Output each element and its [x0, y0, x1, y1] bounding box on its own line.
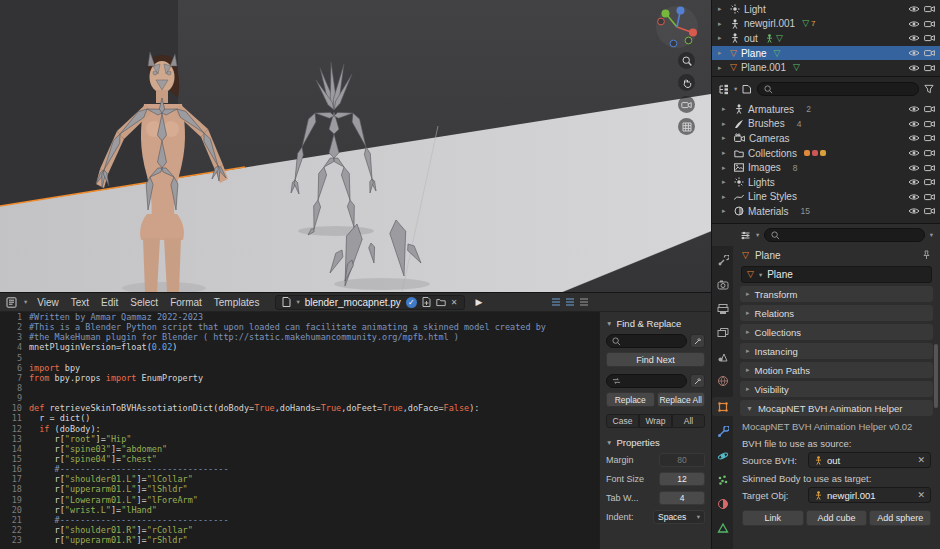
object-name-field[interactable]: ▽ ▾ Plane: [741, 266, 932, 283]
data-category-row[interactable]: ▸Cameras: [712, 131, 940, 146]
disable-in-render-camera-icon[interactable]: [924, 178, 935, 186]
add-cube-button[interactable]: Add cube: [806, 510, 868, 526]
chevron-down-icon[interactable]: ▾: [930, 231, 933, 239]
add-sphere-button[interactable]: Add sphere: [869, 510, 931, 526]
outliner-row[interactable]: ▸▽Plane.001▽: [712, 60, 940, 75]
replace-button[interactable]: Replace: [606, 392, 655, 407]
data-category-row[interactable]: ▸Brushes4: [712, 117, 940, 132]
menu-text[interactable]: Text: [68, 297, 92, 308]
panel-collapse-arrow[interactable]: ▼: [606, 439, 612, 446]
panel-instancing[interactable]: ▸Instancing: [740, 343, 933, 359]
margin-field[interactable]: 80: [659, 453, 705, 467]
menu-view[interactable]: View: [34, 297, 62, 308]
toggle-case[interactable]: Case: [606, 414, 639, 428]
expand-arrow-icon[interactable]: ▸: [722, 120, 730, 128]
link-button[interactable]: Link: [742, 510, 804, 526]
clear-icon[interactable]: ✕: [917, 455, 925, 465]
expand-arrow-icon[interactable]: ▸: [722, 207, 730, 215]
display-mode-icon[interactable]: [742, 84, 752, 94]
hide-in-viewport-eye-icon[interactable]: [908, 49, 920, 57]
expand-arrow-icon[interactable]: ▸: [718, 5, 726, 13]
outliner-item-label[interactable]: Plane: [741, 48, 767, 59]
list-view-icon[interactable]: [551, 297, 561, 307]
disable-in-render-camera-icon[interactable]: [924, 105, 935, 113]
indent-field[interactable]: Spaces▾: [653, 510, 705, 524]
outliner-row[interactable]: ▸out▽: [712, 31, 940, 46]
grid-tool-button[interactable]: [678, 118, 695, 135]
panel-expand-arrow[interactable]: ▸: [746, 290, 750, 298]
list-view-icon[interactable]: [579, 297, 589, 307]
breadcrumb-object[interactable]: Plane: [755, 250, 781, 261]
outliner-row[interactable]: ▸▽Plane▽: [712, 46, 940, 61]
axis-x-handle[interactable]: [689, 29, 697, 37]
axis-z-handle[interactable]: [677, 7, 685, 15]
tab-material-properties[interactable]: [712, 496, 733, 512]
hide-in-viewport-eye-icon[interactable]: [908, 120, 920, 128]
outliner-item-label[interactable]: Cameras: [749, 133, 790, 144]
disable-in-render-camera-icon[interactable]: [924, 20, 935, 28]
disable-in-render-camera-icon[interactable]: [924, 193, 935, 201]
outliner-item-label[interactable]: Armatures: [748, 104, 794, 115]
open-folder-icon[interactable]: [436, 298, 446, 307]
panel-expand-arrow[interactable]: ▸: [746, 366, 750, 374]
tab-view-layer-properties[interactable]: [712, 325, 733, 341]
data-category-row[interactable]: ▸Materials15: [712, 204, 940, 219]
hide-in-viewport-eye-icon[interactable]: [908, 164, 920, 172]
run-script-button[interactable]: ▶: [476, 297, 483, 307]
panel-expand-arrow[interactable]: ▸: [746, 328, 750, 336]
3d-viewport[interactable]: [0, 0, 711, 292]
outliner-item-label[interactable]: Collections: [748, 148, 797, 159]
panel-collections[interactable]: ▸Collections: [740, 324, 933, 340]
data-category-row[interactable]: ▸Lights: [712, 175, 940, 190]
panel-expand-arrow[interactable]: ▸: [746, 347, 750, 355]
fontsize-field[interactable]: 12: [659, 472, 705, 486]
hide-in-viewport-eye-icon[interactable]: [908, 34, 920, 42]
disable-in-render-camera-icon[interactable]: [924, 207, 935, 215]
expand-arrow-icon[interactable]: ▸: [718, 49, 726, 57]
hide-in-viewport-eye-icon[interactable]: [908, 207, 920, 215]
hide-in-viewport-eye-icon[interactable]: [908, 105, 920, 113]
outliner-item-label[interactable]: Brushes: [748, 118, 785, 129]
menu-edit[interactable]: Edit: [98, 297, 121, 308]
outliner-editor-icon[interactable]: [718, 84, 729, 95]
disable-in-render-camera-icon[interactable]: [924, 64, 935, 72]
outliner-row[interactable]: ▸newgirl.001▽7: [712, 17, 940, 32]
tab-output-properties[interactable]: [712, 301, 733, 317]
panel-relations[interactable]: ▸Relations: [740, 305, 933, 321]
script-filename[interactable]: blender_mocapnet.py: [305, 297, 401, 308]
disable-in-render-camera-icon[interactable]: [924, 5, 935, 13]
eyedropper-button[interactable]: [690, 374, 705, 388]
outliner-item-label[interactable]: Light: [744, 4, 766, 15]
tab-render-properties[interactable]: [712, 277, 733, 293]
panel-transform[interactable]: ▸Transform: [740, 286, 933, 302]
move-tool-button[interactable]: [678, 74, 695, 91]
disable-in-render-camera-icon[interactable]: [924, 120, 935, 128]
data-category-row[interactable]: ▸Line Styles: [712, 190, 940, 205]
expand-arrow-icon[interactable]: ▸: [722, 178, 730, 186]
tab-particles-properties[interactable]: [712, 472, 733, 488]
navigation-gizmo[interactable]: [655, 5, 699, 49]
menu-templates[interactable]: Templates: [211, 297, 263, 308]
disable-in-render-camera-icon[interactable]: [924, 49, 935, 57]
tab-data-properties[interactable]: [712, 520, 733, 536]
outliner-item-label[interactable]: Images: [748, 162, 781, 173]
expand-arrow-icon[interactable]: ▸: [718, 20, 726, 28]
properties-search-input[interactable]: [764, 228, 924, 242]
target-obj-dropdown[interactable]: newgirl.001 ✕: [808, 487, 931, 503]
expand-arrow-icon[interactable]: ▸: [718, 34, 726, 42]
data-category-row[interactable]: ▸Collections: [712, 146, 940, 161]
hide-in-viewport-eye-icon[interactable]: [908, 149, 920, 157]
expand-arrow-icon[interactable]: ▸: [722, 134, 730, 142]
toggle-wrap[interactable]: Wrap: [639, 414, 672, 428]
tabw-field[interactable]: 4: [659, 491, 705, 505]
replace-input[interactable]: [606, 374, 687, 388]
panel-mocapnet[interactable]: ▼ MocapNET BVH Animation Helper: [740, 400, 933, 416]
disable-in-render-camera-icon[interactable]: [924, 134, 935, 142]
hide-in-viewport-eye-icon[interactable]: [908, 134, 920, 142]
outliner-row[interactable]: ▸Light: [712, 2, 940, 17]
pin-icon[interactable]: [922, 250, 931, 260]
menu-select[interactable]: Select: [127, 297, 161, 308]
outliner-item-label[interactable]: Lights: [748, 177, 775, 188]
tab-physics-properties[interactable]: [712, 448, 733, 464]
toggle-all[interactable]: All: [672, 414, 705, 428]
